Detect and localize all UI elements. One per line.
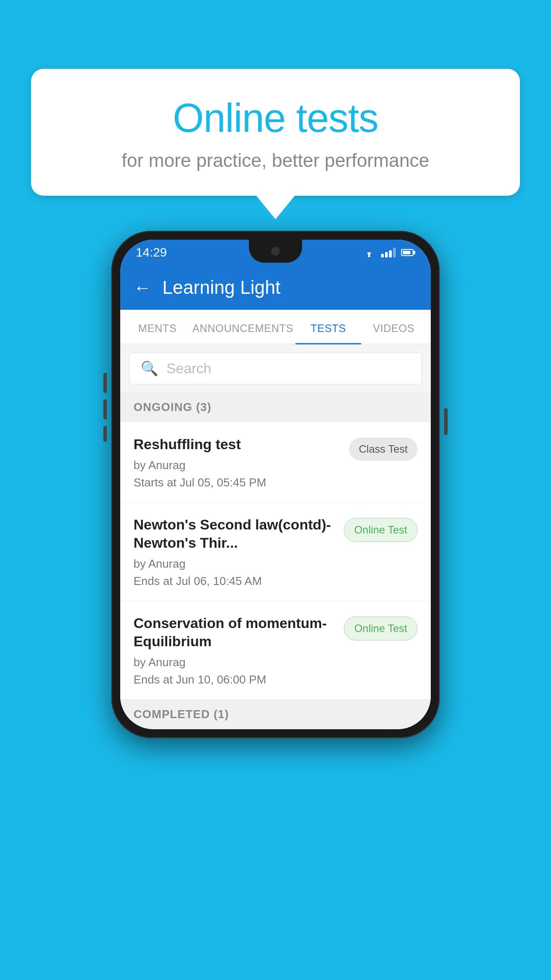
silent-button[interactable] bbox=[103, 426, 107, 442]
test-item[interactable]: Newton's Second law(contd)-Newton's Thir… bbox=[120, 502, 431, 601]
test-time: Starts at Jul 05, 05:45 PM bbox=[134, 476, 340, 490]
bubble-subtitle: for more practice, better performance bbox=[67, 150, 484, 171]
completed-label: COMPLETED (1) bbox=[134, 707, 229, 721]
phone-inner: 14:29 bbox=[120, 240, 431, 729]
app-bar-title: Learning Light bbox=[162, 277, 280, 298]
test-time: Ends at Jul 06, 10:45 AM bbox=[134, 574, 335, 588]
wifi-icon bbox=[362, 248, 376, 257]
ongoing-label: ONGOING (3) bbox=[134, 400, 212, 414]
tab-videos[interactable]: VIDEOS bbox=[361, 310, 426, 344]
camera-dot bbox=[271, 247, 280, 256]
test-badge: Online Test bbox=[344, 518, 417, 542]
test-by: by Anurag bbox=[134, 656, 335, 669]
phone-wrapper: 14:29 bbox=[111, 231, 440, 738]
test-name: Newton's Second law(contd)-Newton's Thir… bbox=[134, 516, 335, 553]
test-by: by Anurag bbox=[134, 557, 335, 571]
search-bar[interactable]: 🔍 Search bbox=[129, 352, 422, 384]
test-item[interactable]: Reshuffling test by Anurag Starts at Jul… bbox=[120, 422, 431, 502]
test-by: by Anurag bbox=[134, 458, 340, 472]
test-badge: Online Test bbox=[344, 616, 417, 640]
test-content: Newton's Second law(contd)-Newton's Thir… bbox=[134, 516, 335, 588]
tab-tests[interactable]: TESTS bbox=[295, 310, 361, 344]
status-time: 14:29 bbox=[136, 245, 167, 260]
search-placeholder: Search bbox=[166, 360, 211, 377]
test-name: Conservation of momentum-Equilibrium bbox=[134, 614, 335, 651]
svg-point-0 bbox=[368, 255, 370, 257]
speech-bubble: Online tests for more practice, better p… bbox=[31, 69, 520, 196]
left-buttons bbox=[103, 373, 107, 448]
signal-icon bbox=[381, 248, 396, 257]
tabs-container: MENTS ANNOUNCEMENTS TESTS VIDEOS bbox=[120, 310, 431, 344]
bubble-arrow bbox=[256, 195, 295, 219]
test-time: Ends at Jun 10, 06:00 PM bbox=[134, 673, 335, 687]
ongoing-section-header: ONGOING (3) bbox=[120, 392, 431, 422]
test-content: Reshuffling test by Anurag Starts at Jul… bbox=[134, 435, 340, 490]
phone-outer: 14:29 bbox=[111, 231, 440, 738]
test-badge: Class Test bbox=[349, 438, 417, 461]
back-button[interactable]: ← bbox=[134, 278, 151, 298]
app-bar: ← Learning Light bbox=[120, 265, 431, 310]
volume-up-button[interactable] bbox=[103, 373, 107, 393]
completed-section-header: COMPLETED (1) bbox=[120, 699, 431, 729]
status-bar: 14:29 bbox=[120, 240, 431, 265]
test-item[interactable]: Conservation of momentum-Equilibrium by … bbox=[120, 601, 431, 699]
volume-down-button[interactable] bbox=[103, 399, 107, 419]
battery-icon bbox=[401, 249, 415, 256]
power-button[interactable] bbox=[444, 408, 448, 435]
side-buttons bbox=[444, 408, 448, 439]
tab-ments[interactable]: MENTS bbox=[125, 310, 190, 344]
test-name: Reshuffling test bbox=[134, 435, 340, 454]
test-content: Conservation of momentum-Equilibrium by … bbox=[134, 614, 335, 687]
search-container: 🔍 Search bbox=[120, 344, 431, 392]
status-icons bbox=[362, 248, 415, 257]
bubble-title: Online tests bbox=[67, 95, 484, 141]
tab-announcements[interactable]: ANNOUNCEMENTS bbox=[190, 310, 295, 344]
speech-bubble-container: Online tests for more practice, better p… bbox=[31, 69, 520, 219]
search-icon: 🔍 bbox=[141, 360, 158, 377]
notch bbox=[249, 240, 302, 263]
